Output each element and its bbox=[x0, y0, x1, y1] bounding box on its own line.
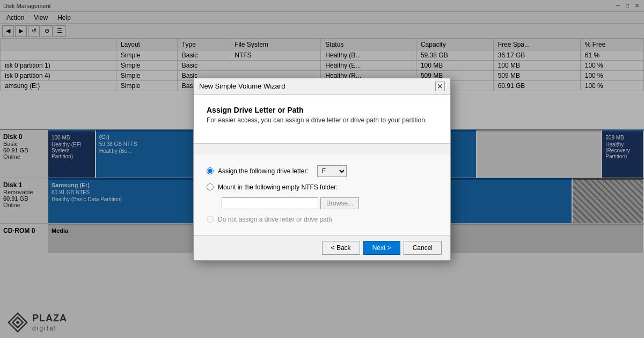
wizard-section-title: Assign Drive Letter or Path bbox=[207, 106, 437, 114]
mount-folder-label[interactable]: Mount in the following empty NTFS folder… bbox=[218, 183, 338, 191]
cancel-button[interactable]: Cancel bbox=[404, 241, 442, 255]
drive-letter-select[interactable]: F G H bbox=[317, 165, 347, 177]
wizard-section-desc: For easier access, you can assign a driv… bbox=[207, 116, 437, 124]
modal-close-button[interactable]: ✕ bbox=[435, 82, 445, 91]
wizard-modal: New Simple Volume Wizard ✕ Assign Drive … bbox=[193, 78, 451, 261]
modal-overlay: New Simple Volume Wizard ✕ Assign Drive … bbox=[0, 0, 644, 338]
mount-folder-radio[interactable] bbox=[207, 183, 214, 190]
no-assign-option: Do not assign a drive letter or drive pa… bbox=[207, 216, 437, 223]
wizard-options: Assign the following drive letter: F G H… bbox=[194, 155, 450, 235]
assign-letter-label[interactable]: Assign the following drive letter: bbox=[218, 167, 309, 175]
assign-letter-radio[interactable] bbox=[207, 167, 214, 174]
modal-header-section: Assign Drive Letter or Path For easier a… bbox=[194, 95, 450, 143]
mount-folder-option: Mount in the following empty NTFS folder… bbox=[207, 183, 437, 191]
modal-title: New Simple Volume Wizard bbox=[199, 82, 285, 90]
no-assign-radio[interactable] bbox=[207, 216, 214, 223]
modal-title-bar: New Simple Volume Wizard ✕ bbox=[194, 78, 450, 95]
assign-letter-option: Assign the following drive letter: F G H bbox=[207, 165, 437, 177]
no-assign-label[interactable]: Do not assign a drive letter or drive pa… bbox=[218, 216, 332, 223]
next-button[interactable]: Next > bbox=[363, 241, 400, 255]
back-button[interactable]: < Back bbox=[322, 241, 360, 255]
modal-footer: < Back Next > Cancel bbox=[194, 235, 450, 260]
modal-divider bbox=[194, 143, 450, 144]
browse-button[interactable]: Browse... bbox=[320, 197, 359, 209]
folder-path-input[interactable] bbox=[222, 197, 318, 209]
